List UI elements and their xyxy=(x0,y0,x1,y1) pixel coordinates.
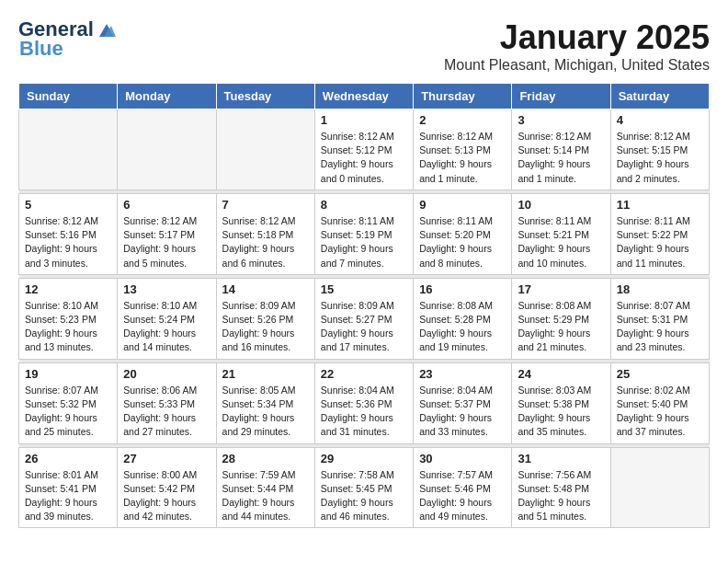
day-info: Sunrise: 8:08 AM Sunset: 5:29 PM Dayligh… xyxy=(518,299,604,355)
day-number: 1 xyxy=(321,113,407,127)
day-number: 7 xyxy=(222,198,309,212)
day-number: 2 xyxy=(419,113,506,127)
logo-blue: Blue xyxy=(19,39,63,59)
table-row: 11Sunrise: 8:11 AM Sunset: 5:22 PM Dayli… xyxy=(610,193,709,274)
col-thursday: Thursday xyxy=(414,84,512,109)
day-number: 14 xyxy=(222,282,309,296)
day-info: Sunrise: 8:11 AM Sunset: 5:21 PM Dayligh… xyxy=(518,214,604,270)
table-row: 30Sunrise: 7:57 AM Sunset: 5:46 PM Dayli… xyxy=(414,447,512,528)
table-row: 20Sunrise: 8:06 AM Sunset: 5:33 PM Dayli… xyxy=(118,362,216,443)
calendar-week-row: 26Sunrise: 8:01 AM Sunset: 5:41 PM Dayli… xyxy=(19,447,710,528)
day-info: Sunrise: 8:12 AM Sunset: 5:18 PM Dayligh… xyxy=(222,214,309,270)
day-number: 5 xyxy=(25,198,111,212)
day-info: Sunrise: 8:06 AM Sunset: 5:33 PM Dayligh… xyxy=(123,384,210,440)
table-row: 29Sunrise: 7:58 AM Sunset: 5:45 PM Dayli… xyxy=(314,447,413,528)
table-row: 7Sunrise: 8:12 AM Sunset: 5:18 PM Daylig… xyxy=(216,193,314,274)
day-info: Sunrise: 7:57 AM Sunset: 5:46 PM Dayligh… xyxy=(419,468,506,524)
day-info: Sunrise: 8:07 AM Sunset: 5:31 PM Dayligh… xyxy=(617,299,703,355)
page-header: General Blue January 2025 Mount Pleasant… xyxy=(18,18,710,74)
logo-icon xyxy=(96,22,116,39)
day-info: Sunrise: 8:11 AM Sunset: 5:19 PM Dayligh… xyxy=(321,214,407,270)
day-info: Sunrise: 8:04 AM Sunset: 5:36 PM Dayligh… xyxy=(321,384,407,440)
day-info: Sunrise: 8:11 AM Sunset: 5:20 PM Dayligh… xyxy=(419,214,506,270)
table-row: 25Sunrise: 8:02 AM Sunset: 5:40 PM Dayli… xyxy=(610,362,709,443)
table-row: 16Sunrise: 8:08 AM Sunset: 5:28 PM Dayli… xyxy=(414,278,512,359)
day-number: 17 xyxy=(518,282,604,296)
day-info: Sunrise: 8:11 AM Sunset: 5:22 PM Dayligh… xyxy=(617,214,703,270)
day-info: Sunrise: 7:59 AM Sunset: 5:44 PM Dayligh… xyxy=(222,468,309,524)
day-number: 8 xyxy=(321,198,407,212)
day-info: Sunrise: 8:08 AM Sunset: 5:28 PM Dayligh… xyxy=(419,299,506,355)
table-row: 17Sunrise: 8:08 AM Sunset: 5:29 PM Dayli… xyxy=(512,278,610,359)
table-row: 13Sunrise: 8:10 AM Sunset: 5:24 PM Dayli… xyxy=(118,278,216,359)
day-info: Sunrise: 8:12 AM Sunset: 5:14 PM Dayligh… xyxy=(518,130,604,186)
day-info: Sunrise: 8:07 AM Sunset: 5:32 PM Dayligh… xyxy=(25,384,111,440)
table-row: 19Sunrise: 8:07 AM Sunset: 5:32 PM Dayli… xyxy=(19,362,118,443)
day-info: Sunrise: 8:12 AM Sunset: 5:16 PM Dayligh… xyxy=(25,214,111,270)
col-wednesday: Wednesday xyxy=(314,84,413,109)
day-info: Sunrise: 8:12 AM Sunset: 5:12 PM Dayligh… xyxy=(321,130,407,186)
day-info: Sunrise: 8:04 AM Sunset: 5:37 PM Dayligh… xyxy=(419,384,506,440)
table-row xyxy=(216,109,314,190)
col-friday: Friday xyxy=(512,84,610,109)
day-number: 21 xyxy=(222,367,309,381)
day-number: 4 xyxy=(617,113,703,127)
day-info: Sunrise: 8:09 AM Sunset: 5:27 PM Dayligh… xyxy=(321,299,407,355)
day-number: 10 xyxy=(518,198,604,212)
day-info: Sunrise: 8:10 AM Sunset: 5:23 PM Dayligh… xyxy=(25,299,111,355)
calendar-week-row: 12Sunrise: 8:10 AM Sunset: 5:23 PM Dayli… xyxy=(19,278,710,359)
day-number: 28 xyxy=(222,452,309,465)
day-info: Sunrise: 8:01 AM Sunset: 5:41 PM Dayligh… xyxy=(25,468,111,524)
day-info: Sunrise: 8:10 AM Sunset: 5:24 PM Dayligh… xyxy=(123,299,210,355)
table-row: 27Sunrise: 8:00 AM Sunset: 5:42 PM Dayli… xyxy=(118,447,216,528)
day-number: 11 xyxy=(617,198,703,212)
day-info: Sunrise: 7:56 AM Sunset: 5:48 PM Dayligh… xyxy=(518,468,604,524)
table-row: 21Sunrise: 8:05 AM Sunset: 5:34 PM Dayli… xyxy=(216,362,314,443)
col-sunday: Sunday xyxy=(19,84,118,109)
day-info: Sunrise: 8:09 AM Sunset: 5:26 PM Dayligh… xyxy=(222,299,309,355)
day-number: 24 xyxy=(518,367,604,381)
day-info: Sunrise: 8:03 AM Sunset: 5:38 PM Dayligh… xyxy=(518,384,604,440)
location-title: Mount Pleasant, Michigan, United States xyxy=(444,57,710,74)
day-info: Sunrise: 8:05 AM Sunset: 5:34 PM Dayligh… xyxy=(222,384,309,440)
table-row: 4Sunrise: 8:12 AM Sunset: 5:15 PM Daylig… xyxy=(610,109,709,190)
table-row: 10Sunrise: 8:11 AM Sunset: 5:21 PM Dayli… xyxy=(512,193,610,274)
calendar-week-row: 19Sunrise: 8:07 AM Sunset: 5:32 PM Dayli… xyxy=(19,362,710,443)
table-row xyxy=(610,447,709,528)
logo: General Blue xyxy=(18,18,116,59)
day-number: 9 xyxy=(419,198,506,212)
table-row: 5Sunrise: 8:12 AM Sunset: 5:16 PM Daylig… xyxy=(19,193,118,274)
col-monday: Monday xyxy=(118,84,216,109)
day-number: 6 xyxy=(123,198,210,212)
table-row: 14Sunrise: 8:09 AM Sunset: 5:26 PM Dayli… xyxy=(216,278,314,359)
day-number: 15 xyxy=(321,282,407,296)
day-number: 19 xyxy=(25,367,111,381)
day-number: 18 xyxy=(617,282,703,296)
calendar-week-row: 5Sunrise: 8:12 AM Sunset: 5:16 PM Daylig… xyxy=(19,193,710,274)
table-row: 18Sunrise: 8:07 AM Sunset: 5:31 PM Dayli… xyxy=(610,278,709,359)
table-row: 15Sunrise: 8:09 AM Sunset: 5:27 PM Dayli… xyxy=(314,278,413,359)
day-number: 29 xyxy=(321,452,407,465)
calendar-table: Sunday Monday Tuesday Wednesday Thursday… xyxy=(18,83,710,528)
day-info: Sunrise: 8:12 AM Sunset: 5:13 PM Dayligh… xyxy=(419,130,506,186)
table-row: 28Sunrise: 7:59 AM Sunset: 5:44 PM Dayli… xyxy=(216,447,314,528)
day-number: 13 xyxy=(123,282,210,296)
day-number: 23 xyxy=(419,367,506,381)
day-number: 26 xyxy=(25,452,111,465)
table-row: 9Sunrise: 8:11 AM Sunset: 5:20 PM Daylig… xyxy=(414,193,512,274)
calendar-week-row: 1Sunrise: 8:12 AM Sunset: 5:12 PM Daylig… xyxy=(19,109,710,190)
table-row: 12Sunrise: 8:10 AM Sunset: 5:23 PM Dayli… xyxy=(19,278,118,359)
day-number: 3 xyxy=(518,113,604,127)
table-row xyxy=(118,109,216,190)
table-row: 23Sunrise: 8:04 AM Sunset: 5:37 PM Dayli… xyxy=(414,362,512,443)
table-row: 2Sunrise: 8:12 AM Sunset: 5:13 PM Daylig… xyxy=(414,109,512,190)
title-area: January 2025 Mount Pleasant, Michigan, U… xyxy=(444,18,710,74)
day-number: 31 xyxy=(518,452,604,465)
table-row: 8Sunrise: 8:11 AM Sunset: 5:19 PM Daylig… xyxy=(314,193,413,274)
day-number: 25 xyxy=(617,367,703,381)
day-number: 22 xyxy=(321,367,407,381)
day-number: 16 xyxy=(419,282,506,296)
day-info: Sunrise: 8:02 AM Sunset: 5:40 PM Dayligh… xyxy=(617,384,703,440)
day-number: 20 xyxy=(123,367,210,381)
day-number: 30 xyxy=(419,452,506,465)
